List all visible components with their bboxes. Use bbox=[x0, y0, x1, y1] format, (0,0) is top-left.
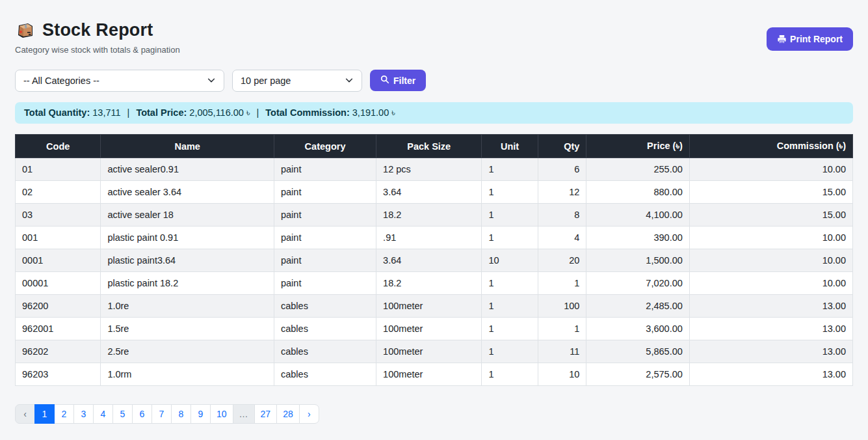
cell-unit: 1 bbox=[482, 227, 538, 249]
totals-separator: | bbox=[127, 107, 130, 118]
pagination-page-27[interactable]: 27 bbox=[254, 404, 278, 424]
table-row: 01active sealer0.91paint12 pcs16255.0010… bbox=[16, 158, 853, 181]
printer-icon bbox=[777, 34, 787, 44]
cell-price: 5,865.00 bbox=[586, 340, 689, 363]
cell-commission: 10.00 bbox=[689, 227, 852, 249]
chevron-down-icon bbox=[345, 76, 354, 87]
cell-category: paint bbox=[274, 272, 376, 295]
cell-qty: 1 bbox=[538, 318, 586, 340]
pagination-page-3[interactable]: 3 bbox=[73, 404, 94, 424]
cell-qty: 1 bbox=[538, 272, 586, 295]
cell-name: 1.0re bbox=[101, 295, 274, 318]
chevron-down-icon bbox=[207, 76, 216, 87]
cell-pack-size: 18.2 bbox=[376, 272, 482, 295]
pagination-page-5[interactable]: 5 bbox=[112, 404, 133, 424]
table-body: 01active sealer0.91paint12 pcs16255.0010… bbox=[16, 158, 853, 386]
cell-price: 4,100.00 bbox=[586, 204, 689, 227]
print-report-button[interactable]: Print Report bbox=[767, 27, 853, 51]
cell-unit: 10 bbox=[482, 249, 538, 272]
table-row: 0001plastic paint3.64paint3.6410201,500.… bbox=[16, 249, 853, 272]
per-page-select-value: 10 per page bbox=[241, 76, 291, 86]
column-header-code: Code bbox=[16, 135, 101, 158]
column-header-unit: Unit bbox=[482, 135, 538, 158]
cell-unit: 1 bbox=[482, 181, 538, 204]
stock-table: CodeNameCategoryPack SizeUnitQtyPrice (৳… bbox=[15, 134, 853, 386]
cell-name: 2.5re bbox=[101, 340, 274, 363]
cell-price: 390.00 bbox=[586, 227, 689, 249]
cell-category: paint bbox=[274, 249, 376, 272]
cell-category: cables bbox=[274, 295, 376, 318]
pagination: ‹12345678910…2728› bbox=[15, 404, 319, 424]
page-title: Stock Report bbox=[42, 20, 153, 40]
cell-commission: 13.00 bbox=[689, 295, 852, 318]
cell-name: active sealer 18 bbox=[101, 204, 274, 227]
cell-commission: 15.00 bbox=[689, 204, 852, 227]
pagination-page-28[interactable]: 28 bbox=[276, 404, 300, 424]
total-quantity-label: Total Quantity: bbox=[24, 107, 90, 118]
cell-price: 1,500.00 bbox=[586, 249, 689, 272]
column-header-name: Name bbox=[101, 135, 274, 158]
cell-price: 255.00 bbox=[586, 158, 689, 181]
cell-category: cables bbox=[274, 340, 376, 363]
category-select-value: -- All Categories -- bbox=[23, 76, 99, 86]
totals-separator: | bbox=[257, 107, 259, 118]
pagination-page-10[interactable]: 10 bbox=[210, 404, 233, 424]
column-header-category: Category bbox=[274, 135, 376, 158]
pagination-page-8[interactable]: 8 bbox=[171, 404, 191, 424]
cell-unit: 1 bbox=[482, 204, 538, 227]
pagination-page-2[interactable]: 2 bbox=[54, 404, 74, 424]
cell-commission: 13.00 bbox=[689, 318, 852, 340]
table-row: 00001plastic paint 18.2paint18.2117,020.… bbox=[16, 272, 853, 295]
cell-unit: 1 bbox=[482, 318, 538, 340]
cell-price: 880.00 bbox=[586, 181, 689, 204]
cell-category: cables bbox=[274, 363, 376, 386]
table-row: 962001.0recables100meter11002,485.0013.0… bbox=[16, 295, 853, 318]
total-commission-value: 3,191.00 ৳ bbox=[352, 107, 395, 118]
cell-category: paint bbox=[274, 158, 376, 181]
cell-unit: 1 bbox=[482, 340, 538, 363]
column-header-commission: Commission (৳) bbox=[689, 135, 852, 158]
cell-pack-size: 18.2 bbox=[376, 204, 482, 227]
page-subtitle: Category wise stock with totals & pagina… bbox=[15, 45, 180, 55]
print-report-label: Print Report bbox=[790, 34, 843, 44]
cell-commission: 15.00 bbox=[689, 181, 852, 204]
cell-name: plastic paint 18.2 bbox=[101, 272, 274, 295]
pagination-page-4[interactable]: 4 bbox=[93, 404, 113, 424]
filter-button[interactable]: Filter bbox=[370, 70, 426, 91]
cell-code: 00001 bbox=[16, 272, 101, 295]
cell-code: 96200 bbox=[16, 295, 101, 318]
cell-qty: 6 bbox=[538, 158, 586, 181]
category-select[interactable]: -- All Categories -- bbox=[15, 70, 224, 92]
table-row: 962022.5recables100meter1115,865.0013.00 bbox=[16, 340, 853, 363]
table-row: 001plastic paint 0.91paint.9114390.0010.… bbox=[16, 227, 853, 249]
header-left: Stock Report Category wise stock with to… bbox=[15, 20, 180, 55]
pagination-prev: ‹ bbox=[15, 404, 35, 424]
pagination-page-6[interactable]: 6 bbox=[132, 404, 152, 424]
cell-code: 03 bbox=[16, 204, 101, 227]
column-header-qty: Qty bbox=[538, 135, 586, 158]
cell-name: plastic paint 0.91 bbox=[101, 227, 274, 249]
total-price-value: 2,005,116.00 ৳ bbox=[189, 107, 250, 118]
package-icon bbox=[15, 20, 36, 40]
cell-unit: 1 bbox=[482, 363, 538, 386]
pagination-page-7[interactable]: 7 bbox=[151, 404, 172, 424]
cell-name: active sealer 3.64 bbox=[101, 181, 274, 204]
cell-code: 01 bbox=[16, 158, 101, 181]
pagination-ellipsis: … bbox=[233, 404, 255, 424]
cell-qty: 11 bbox=[538, 340, 586, 363]
pagination-page-9[interactable]: 9 bbox=[191, 404, 211, 424]
cell-name: 1.0rm bbox=[101, 363, 274, 386]
cell-qty: 10 bbox=[538, 363, 586, 386]
column-header-price: Price (৳) bbox=[586, 135, 689, 158]
total-price-label: Total Price: bbox=[136, 107, 187, 118]
pagination-next[interactable]: › bbox=[299, 404, 319, 424]
cell-name: active sealer0.91 bbox=[101, 158, 274, 181]
table-header-row: CodeNameCategoryPack SizeUnitQtyPrice (৳… bbox=[16, 135, 853, 158]
filter-controls: -- All Categories -- 10 per page bbox=[15, 70, 853, 92]
cell-qty: 12 bbox=[538, 181, 586, 204]
cell-pack-size: 100meter bbox=[376, 295, 482, 318]
per-page-select[interactable]: 10 per page bbox=[232, 70, 362, 92]
cell-qty: 20 bbox=[538, 249, 586, 272]
pagination-page-1[interactable]: 1 bbox=[34, 404, 55, 424]
cell-commission: 10.00 bbox=[689, 249, 852, 272]
